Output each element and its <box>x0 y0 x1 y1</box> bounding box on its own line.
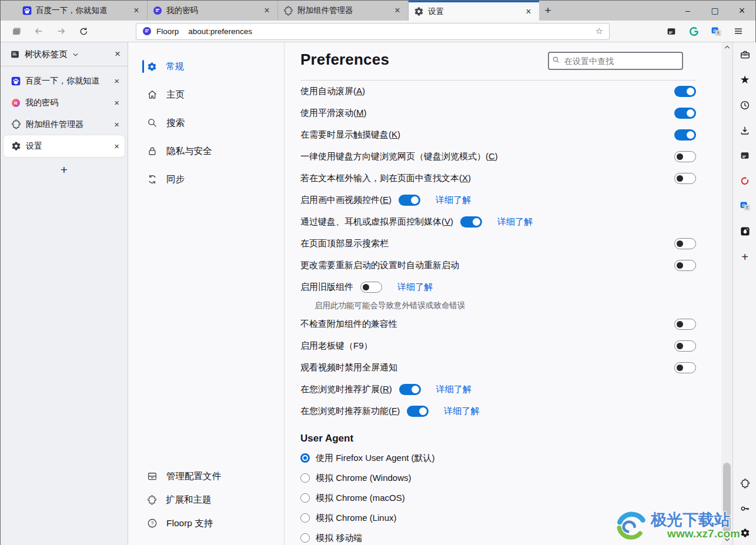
settings-nav-footer-item[interactable]: 管理配置文件 <box>128 464 284 488</box>
g-logo-icon[interactable] <box>684 23 704 39</box>
browser-tab[interactable]: 设置× <box>409 1 539 21</box>
user-agent-option[interactable]: 模拟 Chrome (Windows) <box>300 468 696 488</box>
toggle-switch[interactable] <box>674 108 696 119</box>
plus-icon[interactable]: + <box>739 251 751 262</box>
back-icon[interactable] <box>29 23 49 39</box>
red-refresh-icon[interactable] <box>739 175 751 186</box>
radio-button[interactable] <box>300 513 310 523</box>
settings-nav-item[interactable]: 主页 <box>128 81 284 109</box>
tree-tab-item[interactable]: 设置× <box>4 135 125 157</box>
reader-card-icon[interactable] <box>661 23 681 39</box>
toggle-switch[interactable] <box>399 195 420 206</box>
settings-nav-item[interactable]: 常规 <box>128 52 284 81</box>
chevron-down-icon[interactable] <box>72 51 79 58</box>
toggle-switch[interactable] <box>674 238 696 249</box>
radio-button[interactable] <box>300 453 310 463</box>
browser-tab[interactable]: 百度一下，你就知道× <box>17 1 148 21</box>
pages-icon[interactable] <box>6 23 26 39</box>
settings-search-input[interactable] <box>548 52 683 70</box>
settings-nav-footer-item[interactable]: 扩展和主题 <box>128 488 284 511</box>
toggle-switch[interactable] <box>674 86 696 97</box>
toggle-switch[interactable] <box>674 260 696 271</box>
new-tab-button[interactable]: + <box>539 1 557 21</box>
toggle-switch[interactable] <box>674 173 696 184</box>
user-agent-option[interactable]: 模拟 Chrome (macOS) <box>300 488 696 508</box>
tab-close-button[interactable]: × <box>262 5 272 16</box>
tree-tab-close-button[interactable]: × <box>114 98 119 108</box>
toggle-switch[interactable] <box>360 282 382 293</box>
user-agent-option[interactable]: 使用 Firefox User Agent (默认) <box>300 448 696 468</box>
scroll-down-arrow[interactable] <box>721 535 732 544</box>
learn-more-link[interactable]: 详细了解 <box>497 216 533 228</box>
close-sidebar-button[interactable]: × <box>115 48 121 60</box>
learn-more-link[interactable]: 详细了解 <box>444 406 479 417</box>
toggle-switch[interactable] <box>674 129 696 141</box>
toggle-switch[interactable] <box>674 151 696 162</box>
help-icon: ? <box>147 518 158 529</box>
tree-tab-item[interactable]: R我的密码× <box>4 92 125 113</box>
radio-button[interactable] <box>300 473 310 483</box>
tree-tab-item[interactable]: 百度一下，你就知道× <box>4 70 125 92</box>
url-bar[interactable]: Floorp about:preferences ☆ <box>136 23 610 40</box>
toggle-switch[interactable] <box>399 384 421 395</box>
tree-tab-item[interactable]: 附加组件管理器× <box>4 113 125 135</box>
tab-bar: 百度一下，你就知道×我的密码×附加组件管理器×设置× + – ▢ × <box>1 1 755 21</box>
setting-row: 在您浏览时推荐扩展(R)详细了解 <box>300 379 696 400</box>
radio-button[interactable] <box>300 533 310 543</box>
user-agent-options: 使用 Firefox User Agent (默认)模拟 Chrome (Win… <box>300 448 696 545</box>
star-icon[interactable]: ★ <box>739 74 751 85</box>
svg-text:文: 文 <box>745 205 749 209</box>
scroll-up-arrow[interactable] <box>721 42 732 52</box>
browser-tab[interactable]: 附加组件管理器× <box>278 1 409 21</box>
toggle-switch[interactable] <box>460 216 482 228</box>
sync-icon <box>147 174 158 185</box>
learn-more-link[interactable]: 详细了解 <box>397 282 433 293</box>
tab-close-button[interactable]: × <box>131 5 142 16</box>
toggle-switch[interactable] <box>407 406 429 417</box>
learn-more-link[interactable]: 详细了解 <box>436 195 471 206</box>
toolbox-icon[interactable] <box>739 49 751 60</box>
puzzle-icon[interactable] <box>739 478 751 489</box>
browser-tab[interactable]: 我的密码× <box>148 1 278 21</box>
setting-label: 使用自动滚屏(A) <box>300 86 365 97</box>
toggle-switch[interactable] <box>674 340 696 352</box>
scrollbar-thumb[interactable] <box>723 463 731 533</box>
settings-nav-footer-item[interactable]: ?Floorp 支持 <box>128 511 284 535</box>
learn-more-link[interactable]: 详细了解 <box>436 384 471 395</box>
tree-new-tab-button[interactable]: + <box>1 163 128 177</box>
settings-nav-item[interactable]: 搜索 <box>128 109 284 137</box>
menu-icon[interactable] <box>728 23 748 39</box>
download-icon[interactable] <box>739 125 751 136</box>
toggle-switch[interactable] <box>674 319 696 330</box>
bookmark-star-icon[interactable]: ☆ <box>596 26 603 36</box>
gear-icon[interactable] <box>739 527 751 539</box>
reload-icon[interactable] <box>73 23 93 39</box>
tab-close-button[interactable]: × <box>523 6 534 17</box>
tree-tab-close-button[interactable]: × <box>114 119 119 129</box>
maximize-button[interactable]: ▢ <box>701 1 728 21</box>
droplet-app-icon[interactable] <box>739 226 751 237</box>
user-agent-option[interactable]: 模拟 Chrome (Linux) <box>300 508 696 528</box>
setting-row: 在页面顶部显示搜索栏 <box>300 233 696 255</box>
minimize-button[interactable]: – <box>674 1 701 21</box>
content-scrollbar[interactable] <box>721 42 733 545</box>
toggle-switch[interactable] <box>674 362 696 373</box>
tab-close-button[interactable]: × <box>392 5 403 16</box>
radio-button[interactable] <box>300 493 310 503</box>
close-window-button[interactable]: × <box>728 1 755 21</box>
settings-nav-item[interactable]: 同步 <box>128 165 284 193</box>
tree-tab-close-button[interactable]: × <box>114 141 119 151</box>
translate-icon[interactable]: G文 <box>739 200 751 212</box>
key-icon[interactable] <box>739 503 751 514</box>
user-agent-option[interactable]: 模拟 移动端 <box>300 528 696 545</box>
tree-sidebar-title: 树状标签页 <box>25 49 68 60</box>
tree-tab-close-button[interactable]: × <box>114 76 119 86</box>
baidu-icon <box>22 6 32 15</box>
history-icon[interactable] <box>739 99 751 111</box>
reader-card-icon[interactable] <box>739 150 751 161</box>
forward-icon[interactable] <box>51 23 71 39</box>
translate-icon[interactable]: G文 <box>706 23 726 39</box>
tab-title: 百度一下，你就知道 <box>36 5 127 16</box>
settings-nav-item[interactable]: 隐私与安全 <box>128 137 284 165</box>
setting-row: 更改需要重新启动的设置时自动重新启动 <box>300 255 696 276</box>
